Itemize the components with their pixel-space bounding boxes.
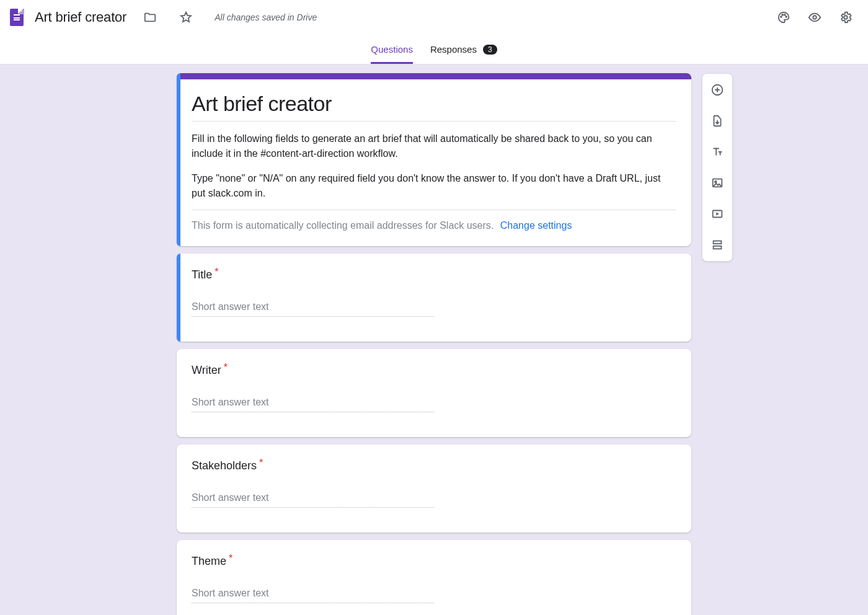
selection-bar (177, 254, 180, 342)
forms-logo-icon[interactable] (10, 9, 24, 26)
gear-icon (839, 11, 852, 24)
required-marker: * (224, 363, 228, 373)
add-question-button[interactable] (706, 79, 728, 101)
svg-rect-11 (714, 246, 722, 249)
email-collection-notice: This form is automatically collecting em… (192, 220, 676, 231)
settings-button[interactable] (833, 5, 858, 30)
move-to-folder-button[interactable] (138, 5, 162, 30)
change-settings-link[interactable]: Change settings (500, 220, 572, 231)
svg-point-3 (786, 16, 787, 17)
required-marker: * (215, 267, 218, 277)
svg-point-2 (784, 14, 786, 15)
topbar-left: Art brief creator All changes saved in D… (10, 5, 771, 30)
star-button[interactable] (174, 5, 198, 30)
question-card-theme[interactable]: Theme * Short answer text (177, 540, 691, 615)
star-icon (179, 11, 193, 24)
question-label-text: Writer (192, 364, 221, 377)
selection-bar (177, 73, 180, 246)
add-image-button[interactable] (706, 172, 728, 194)
question-label-text: Title (192, 268, 212, 281)
required-marker: * (229, 554, 232, 564)
question-card-title[interactable]: Title * Short answer text (177, 254, 691, 342)
question-card-writer[interactable]: Writer * Short answer text (177, 349, 691, 437)
email-notice-text: This form is automatically collecting em… (192, 220, 494, 231)
tabsbar: Questions Responses 3 (0, 35, 868, 64)
customize-theme-button[interactable] (771, 5, 796, 30)
question-label[interactable]: Theme * (192, 555, 676, 568)
image-icon (711, 176, 724, 190)
question-label[interactable]: Title * (192, 268, 676, 281)
text-icon (711, 145, 724, 159)
save-status: All changes saved in Drive (215, 12, 317, 22)
import-questions-button[interactable] (706, 110, 728, 132)
folder-icon (143, 11, 157, 24)
video-icon (711, 207, 724, 221)
svg-rect-10 (714, 241, 722, 244)
accent-bar (177, 73, 691, 79)
side-toolbar (702, 73, 733, 262)
short-answer-placeholder: Short answer text (192, 397, 434, 412)
svg-point-1 (782, 14, 783, 15)
topbar-right (771, 5, 858, 30)
question-card-stakeholders[interactable]: Stakeholders * Short answer text (177, 445, 691, 533)
form-column: Art brief creator Fill in the following … (177, 73, 691, 615)
svg-point-8 (715, 181, 717, 183)
form-canvas: Art brief creator Fill in the following … (0, 64, 868, 615)
svg-point-5 (844, 15, 848, 19)
import-icon (711, 114, 724, 128)
required-marker: * (259, 458, 263, 468)
form-description-p2: Type "none" or "N/A" on any required fie… (192, 171, 676, 201)
short-answer-placeholder: Short answer text (192, 492, 434, 508)
eye-icon (808, 11, 822, 24)
short-answer-placeholder: Short answer text (192, 588, 434, 603)
question-label-text: Stakeholders (192, 459, 257, 472)
svg-point-4 (813, 15, 817, 19)
tab-responses[interactable]: Responses 3 (430, 37, 497, 64)
svg-point-0 (781, 16, 782, 17)
question-label[interactable]: Stakeholders * (192, 459, 676, 472)
tab-label: Questions (371, 44, 413, 55)
tab-questions[interactable]: Questions (371, 37, 413, 64)
question-label-text: Theme (192, 555, 226, 568)
tab-label: Responses (430, 44, 477, 55)
document-title[interactable]: Art brief creator (35, 9, 126, 25)
question-label[interactable]: Writer * (192, 364, 676, 377)
responses-count-badge: 3 (483, 45, 497, 55)
short-answer-placeholder: Short answer text (192, 301, 434, 317)
plus-circle-icon (711, 83, 724, 97)
add-title-button[interactable] (706, 141, 728, 163)
form-header-card[interactable]: Art brief creator Fill in the following … (177, 73, 691, 246)
section-icon (711, 238, 724, 252)
form-description[interactable]: Fill in the following fields to generate… (192, 131, 676, 210)
add-section-button[interactable] (706, 234, 728, 256)
topbar: Art brief creator All changes saved in D… (0, 0, 868, 35)
form-description-p1: Fill in the following fields to generate… (192, 131, 676, 161)
palette-icon (777, 11, 790, 24)
preview-button[interactable] (802, 5, 827, 30)
form-title[interactable]: Art brief creator (192, 92, 676, 122)
add-video-button[interactable] (706, 203, 728, 225)
